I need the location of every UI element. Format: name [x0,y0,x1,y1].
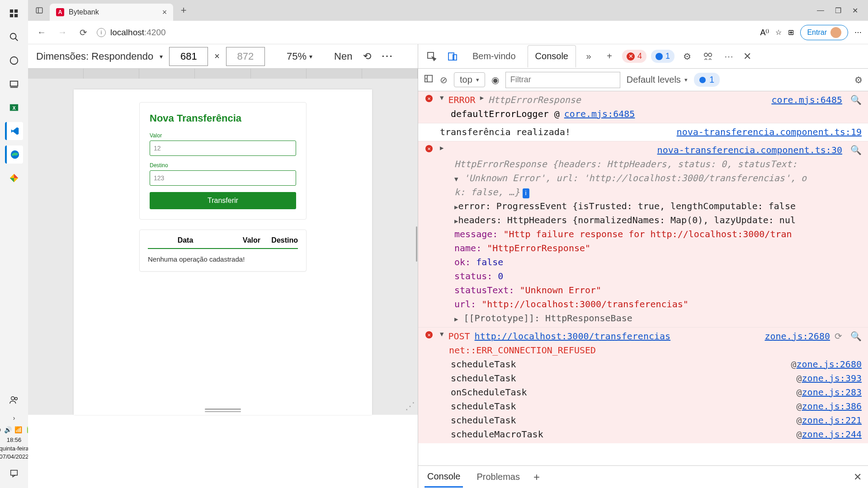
zoom-select[interactable]: 75%▾ [287,51,312,62]
search-icon[interactable] [5,28,23,46]
drawer-tab-console[interactable]: Console [425,467,463,488]
expand-icon[interactable]: ▶ [454,315,458,323]
svg-rect-0 [10,9,13,13]
notifications-icon[interactable] [5,465,23,483]
system-tray[interactable]: ⊙🔊📶🔋 [0,426,33,433]
tab-welcome[interactable]: Bem-vindo [465,46,523,67]
minimize-icon[interactable]: — [817,6,824,15]
request-url[interactable]: http://localhost:3000/transferencias [475,329,670,343]
destino-input[interactable] [150,170,296,186]
source-link[interactable]: nova-transferencia.component.ts:30 [657,143,842,157]
cortana-icon[interactable] [5,52,23,70]
svg-line-5 [15,38,18,41]
people-icon[interactable] [5,391,23,409]
inspect-icon[interactable] [424,51,440,62]
info-icon[interactable]: i [97,28,106,37]
error-badge[interactable]: ✕4 [622,50,646,63]
vscode-icon[interactable] [5,122,23,140]
close-devtools-icon[interactable]: ✕ [743,51,751,62]
close-window-icon[interactable]: ✕ [852,6,858,15]
maximize-icon[interactable]: ❐ [835,6,841,15]
error-object: HttpErrorResponse [488,93,581,107]
height-input[interactable] [226,47,265,66]
app-icon[interactable] [5,169,23,187]
source-link[interactable]: zone.js:386 [802,399,862,413]
source-link[interactable]: zone.js:221 [802,413,862,427]
drawer-tab-problems[interactable]: Problemas [474,467,523,487]
info-badge[interactable]: 1 [651,50,675,63]
collapse-icon[interactable]: ▼ [440,329,443,339]
stack-fn: onScheduleTask [451,385,797,399]
resize-handle-bottom[interactable] [205,408,241,412]
source-link[interactable]: zone.js:393 [802,371,862,385]
resize-handle-corner[interactable]: ⋰ [405,400,415,412]
sidebar-toggle-icon[interactable] [424,74,434,86]
prop-value: 0 [498,271,503,282]
levels-select[interactable]: Default levels▾ [627,75,688,85]
console-settings-icon[interactable]: ⚙ [854,75,863,85]
start-icon[interactable] [5,5,23,23]
prop-value: "Http failure response for http://localh… [503,229,792,239]
chevron-down-icon[interactable]: ▾ [160,53,163,60]
source-link[interactable]: zone.js:244 [802,427,862,441]
search-icon[interactable]: 🔍 [850,143,862,157]
device-toggle-icon[interactable] [444,51,461,62]
excel-icon[interactable]: X [5,99,23,117]
customize-icon[interactable] [700,52,716,61]
new-tab-icon[interactable]: + [176,3,191,18]
console-output[interactable]: ✕ ▼ ERROR ▶ HttpErrorResponse core.mjs:6… [418,91,868,465]
error-icon: ✕ [425,95,433,102]
live-expression-icon[interactable]: ◉ [491,75,499,85]
source-link[interactable]: zone.js:2680 [765,329,830,343]
menu-icon[interactable]: ⋯ [854,28,862,37]
settings-icon[interactable]: ⚙ [679,51,695,62]
collapse-icon[interactable]: ▼ [454,175,458,183]
more-tabs-icon[interactable]: » [580,51,597,61]
context-select[interactable]: top▾ [454,72,485,87]
source-link[interactable]: zone.js:2680 [797,357,862,371]
rotate-icon[interactable]: ⟲ [363,51,371,62]
search-icon[interactable]: 🔍 [850,93,862,107]
close-tab-icon[interactable]: × [162,8,167,17]
transfer-button[interactable]: Transferir [150,192,296,209]
add-tab-icon[interactable]: + [601,51,618,61]
edge-icon[interactable] [5,145,23,164]
width-input[interactable] [169,47,208,66]
back-icon[interactable]: ← [34,25,49,40]
info-icon[interactable]: i [523,188,529,198]
initiator-icon[interactable]: ⟳ [835,329,842,343]
expand-icon[interactable]: ▶ [440,143,443,153]
filter-input[interactable] [505,72,620,88]
taskview-icon[interactable] [5,75,23,93]
issues-pill[interactable]: 1 [694,73,720,87]
expand-icon[interactable]: › [13,414,15,422]
close-drawer-icon[interactable]: ✕ [854,471,862,483]
collections-icon[interactable]: ⊞ [788,28,794,37]
source-link[interactable]: core.mjs:6485 [771,93,842,107]
favorite-icon[interactable]: ☆ [775,28,782,37]
clock[interactable]: 18:56 quinta-feira 07/04/2022 [0,436,29,461]
stack-at: @ [791,357,796,371]
expand-icon[interactable]: ▶ [480,93,484,103]
browser-tab[interactable]: A Bytebank × [50,4,173,21]
network-error: net::ERR_CONNECTION_REFUSED [427,343,862,357]
url-field[interactable]: i localhost:4200 [97,28,754,38]
tab-console[interactable]: Console [528,45,576,68]
signin-button[interactable]: Entrar [800,25,848,40]
collapse-icon[interactable]: ▼ [440,93,443,103]
reload-icon[interactable]: ⟳ [76,25,90,40]
source-link[interactable]: zone.js:283 [802,385,862,399]
read-aloud-icon[interactable]: A⁽⁾ [760,28,769,38]
dock-icon[interactable]: ⋯ [721,51,737,62]
source-link[interactable]: nova-transferencia.component.ts:19 [677,125,862,139]
clear-console-icon[interactable]: ⊘ [440,75,448,85]
valor-input[interactable] [150,141,296,156]
search-icon[interactable]: 🔍 [850,329,862,343]
address-bar: ← → ⟳ i localhost:4200 A⁽⁾ ☆ ⊞ Entrar ⋯ [28,21,868,44]
more-icon[interactable]: ⋯ [381,49,393,63]
add-drawer-tab-icon[interactable]: + [533,471,540,483]
source-link[interactable]: core.mjs:6485 [564,107,635,121]
svg-point-12 [11,397,14,400]
throttle-label[interactable]: Nen [334,51,352,62]
tab-actions-icon[interactable] [32,3,47,18]
